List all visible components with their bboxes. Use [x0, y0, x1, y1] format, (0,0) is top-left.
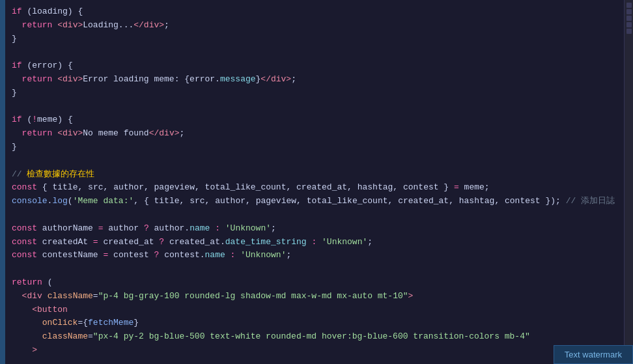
sidebar-dot-1 [626, 3, 632, 8]
line-gutter [0, 0, 5, 364]
sidebar-indicator [624, 0, 633, 364]
sidebar-dot-4 [626, 22, 632, 27]
code-editor: if (loading) { return <div>Loading...</d… [0, 0, 633, 364]
code-content: if (loading) { return <div>Loading...</d… [0, 0, 633, 363]
sidebar-dot-2 [626, 9, 632, 14]
sidebar-dot-3 [626, 16, 632, 21]
sidebar-dot-5 [626, 29, 632, 34]
watermark-label: Text watermark [554, 345, 633, 364]
